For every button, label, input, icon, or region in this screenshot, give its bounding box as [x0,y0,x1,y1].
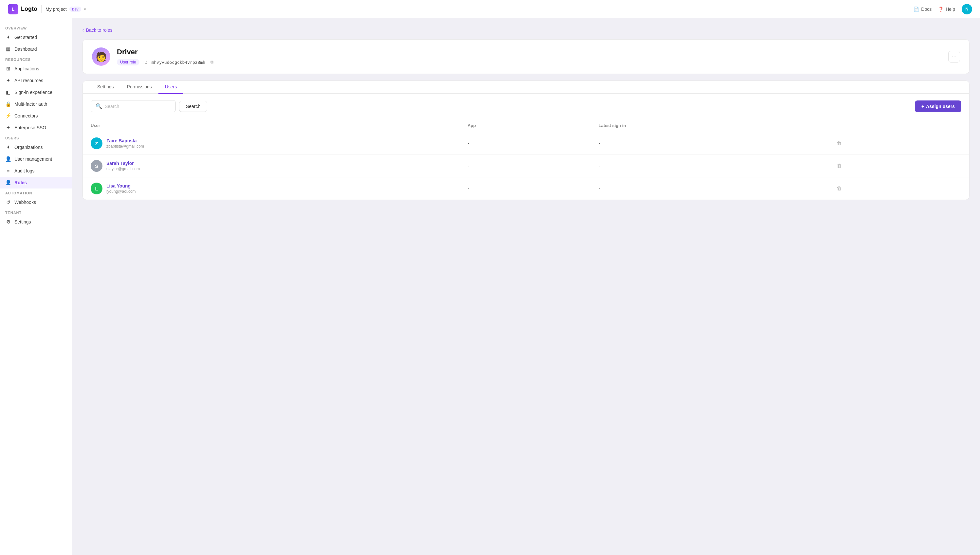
copy-icon[interactable]: ⧉ [210,59,213,65]
more-options-button[interactable]: ··· [948,51,960,63]
users-table: User App Latest sign in Z Zaire Baptista… [83,119,969,200]
search-button[interactable]: Search [179,101,207,112]
tab-permissions-label: Permissions [127,84,152,89]
sidebar-label-organizations: Organizations [14,144,43,150]
sidebar-item-organizations[interactable]: ✦ Organizations [0,141,72,153]
connectors-icon: ⚡ [5,113,11,119]
table-row: S Sarah Taylor staylor@gmail.com - - 🗑 [83,155,969,177]
webhooks-icon: ↺ [5,199,11,205]
user-latest-sign-in: - [591,132,826,155]
sidebar-item-connectors[interactable]: ⚡ Connectors [0,110,72,122]
role-header-card: 🧑 Driver User role ID mhvyvudocgckb4vrpz… [82,39,970,74]
tab-settings[interactable]: Settings [91,81,120,94]
sidebar: OVERVIEW ✦ Get started ▦ Dashboard RESOU… [0,18,72,555]
delete-user-button[interactable]: 🗑 [834,162,844,170]
sidebar-label-enterprise-sso: Enterprise SSO [14,125,46,130]
sidebar-item-enterprise-sso[interactable]: ✦ Enterprise SSO [0,122,72,133]
get-started-icon: ✦ [5,34,11,40]
sidebar-label-settings: Settings [14,219,31,225]
docs-button[interactable]: 📄 Docs [914,6,932,12]
logo-text: Logto [21,6,37,13]
multi-factor-auth-icon: 🔒 [5,101,11,107]
sign-in-experience-icon: ◧ [5,89,11,95]
user-management-icon: 👤 [5,156,11,162]
back-icon: ‹ [82,27,84,33]
help-button[interactable]: ❓ Help [938,6,955,12]
sidebar-item-applications[interactable]: ⊞ Applications [0,63,72,75]
col-latest-sign-in: Latest sign in [591,119,826,132]
table-header-row: User App Latest sign in [83,119,969,132]
user-initial: N [965,6,968,11]
sidebar-label-webhooks: Webhooks [14,200,36,205]
user-avatar-sm: Z [91,138,103,149]
tabs-and-content: Settings Permissions Users 🔍 Search [82,80,970,200]
tab-permissions[interactable]: Permissions [120,81,159,94]
logo: L Logto [8,4,37,14]
main-content: ‹ Back to roles 🧑 Driver User role ID mh… [72,18,980,555]
user-cell: S Sarah Taylor staylor@gmail.com [83,155,460,177]
tenant-section-label: TENANT [0,208,72,216]
users-section-label: USERS [0,133,72,141]
role-avatar-emoji: 🧑 [96,51,107,62]
role-avatar: 🧑 [92,47,110,66]
chevron-down-icon[interactable]: ▾ [84,6,86,12]
role-id-value: mhvyvudocgckb4vrpz8mh [152,60,205,65]
sidebar-item-sign-in-experience[interactable]: ◧ Sign-in experience [0,87,72,98]
user-latest-sign-in: - [591,155,826,177]
sidebar-item-roles[interactable]: 👤 Roles [0,177,72,188]
sidebar-item-api-resources[interactable]: ✦ API resources [0,75,72,87]
topbar-divider [41,5,42,13]
sidebar-label-sign-in-experience: Sign-in experience [14,90,52,95]
help-label: Help [946,6,955,12]
user-app: - [460,177,590,200]
topbar-right: 📄 Docs ❓ Help N [914,4,972,14]
search-input-wrap: 🔍 [91,100,176,112]
sidebar-label-applications: Applications [14,66,39,71]
delete-user-button[interactable]: 🗑 [834,139,844,148]
role-meta: User role ID mhvyvudocgckb4vrpz8mh ⧉ [117,59,942,66]
sidebar-item-webhooks[interactable]: ↺ Webhooks [0,196,72,208]
sidebar-item-audit-logs[interactable]: ≡ Audit logs [0,165,72,177]
project-name: My project Dev ▾ [45,6,86,12]
resources-section-label: RESOURCES [0,55,72,63]
sidebar-item-multi-factor-auth[interactable]: 🔒 Multi-factor auth [0,98,72,110]
role-info: Driver User role ID mhvyvudocgckb4vrpz8m… [117,48,942,66]
project-label: My project [45,6,67,12]
sidebar-item-dashboard[interactable]: ▦ Dashboard [0,43,72,55]
delete-user-button[interactable]: 🗑 [834,184,844,193]
sidebar-item-settings[interactable]: ⚙ Settings [0,216,72,228]
logo-icon: L [8,4,18,14]
more-options-icon: ··· [951,53,956,60]
user-avatar[interactable]: N [962,4,972,14]
layout: OVERVIEW ✦ Get started ▦ Dashboard RESOU… [0,18,980,555]
table-row: Z Zaire Baptista zbaptista@gmail.com - -… [83,132,969,155]
sidebar-label-user-management: User management [14,156,52,162]
role-type-badge: User role [117,59,140,66]
user-actions: 🗑 [826,155,969,177]
search-input[interactable] [105,104,171,109]
search-bar: 🔍 Search + Assign users [83,94,969,119]
assign-users-button[interactable]: + Assign users [915,101,961,112]
col-user: User [83,119,460,132]
sidebar-label-connectors: Connectors [14,113,38,119]
sidebar-label-api-resources: API resources [14,78,43,83]
sidebar-item-user-management[interactable]: 👤 User management [0,153,72,165]
sidebar-label-roles: Roles [14,180,27,185]
overview-section-label: OVERVIEW [0,24,72,31]
user-info: Sarah Taylor staylor@gmail.com [106,161,140,171]
sidebar-label-dashboard: Dashboard [14,47,37,52]
table-row: L Lisa Young lyoung@aol.com - - 🗑 [83,177,969,200]
user-app: - [460,155,590,177]
search-icon: 🔍 [96,103,102,109]
sidebar-item-get-started[interactable]: ✦ Get started [0,31,72,43]
audit-logs-icon: ≡ [5,168,11,174]
user-cell: L Lisa Young lyoung@aol.com [83,177,460,200]
tab-users[interactable]: Users [159,81,184,94]
back-to-roles-link[interactable]: ‹ Back to roles [82,27,112,33]
settings-icon: ⚙ [5,219,11,225]
api-resources-icon: ✦ [5,77,11,83]
user-info: Lisa Young lyoung@aol.com [106,183,136,194]
docs-icon: 📄 [914,6,919,12]
search-button-label: Search [186,104,200,109]
tabs: Settings Permissions Users [83,81,969,94]
